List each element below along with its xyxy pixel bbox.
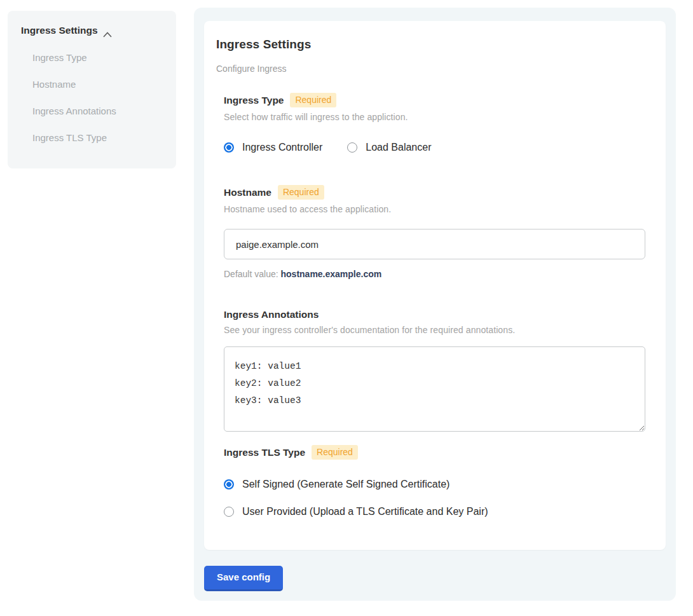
ingress-settings-card: Ingress Settings Configure Ingress Ingre…	[204, 21, 666, 550]
ingress-type-radio-group: Ingress Controller Load Balancer	[224, 142, 645, 153]
save-config-button[interactable]: Save config	[204, 566, 283, 591]
required-badge: Required	[290, 93, 336, 107]
default-value-link[interactable]: hostname.example.com	[281, 269, 382, 279]
sidebar-group-title: Ingress Settings	[21, 25, 98, 36]
radio-selected-icon[interactable]	[224, 479, 234, 489]
config-panel: Ingress Settings Configure Ingress Ingre…	[194, 8, 676, 601]
page-title: Ingress Settings	[216, 38, 645, 51]
radio-load-balancer[interactable]: Load Balancer	[347, 142, 431, 153]
chevron-up-icon	[103, 29, 112, 34]
default-value-prefix: Default value:	[224, 269, 281, 279]
section-ingress-type: Ingress Type Required Select how traffic…	[224, 93, 645, 153]
ingress-type-description: Select how traffic will ingress to the a…	[224, 112, 645, 122]
sidebar-item-ingress-type[interactable]: Ingress Type	[32, 52, 163, 63]
ingress-tls-type-heading: Ingress TLS Type	[224, 447, 305, 458]
hostname-description: Hostname used to access the application.	[224, 204, 645, 214]
radio-user-provided[interactable]: User Provided (Upload a TLS Certificate …	[224, 506, 645, 517]
ingress-annotations-heading: Ingress Annotations	[224, 309, 319, 320]
hostname-heading: Hostname	[224, 187, 271, 198]
ingress-annotations-description: See your ingress controller's documentat…	[224, 325, 645, 335]
radio-label: Ingress Controller	[242, 142, 322, 153]
ingress-tls-type-radio-group: Self Signed (Generate Self Signed Certif…	[224, 479, 645, 517]
required-badge: Required	[312, 445, 358, 460]
radio-unselected-icon[interactable]	[347, 142, 357, 153]
section-ingress-annotations: Ingress Annotations See your ingress con…	[224, 309, 645, 432]
page-subtitle: Configure Ingress	[216, 64, 645, 74]
radio-label: Self Signed (Generate Self Signed Certif…	[242, 479, 449, 490]
radio-unselected-icon[interactable]	[224, 507, 234, 517]
section-ingress-tls-type: Ingress TLS Type Required Self Signed (G…	[224, 445, 645, 517]
sidebar-item-ingress-tls-type[interactable]: Ingress TLS Type	[32, 132, 163, 143]
ingress-type-heading: Ingress Type	[224, 95, 284, 106]
radio-label: User Provided (Upload a TLS Certificate …	[242, 506, 488, 517]
hostname-input[interactable]	[224, 229, 645, 259]
radio-self-signed[interactable]: Self Signed (Generate Self Signed Certif…	[224, 479, 645, 490]
sidebar-group-ingress-settings[interactable]: Ingress Settings	[21, 25, 163, 36]
radio-ingress-controller[interactable]: Ingress Controller	[224, 142, 322, 153]
radio-label: Load Balancer	[366, 142, 431, 153]
radio-selected-icon[interactable]	[224, 142, 234, 153]
ingress-annotations-textarea[interactable]: key1: value1 key2: value2 key3: value3	[224, 346, 645, 432]
required-badge: Required	[278, 185, 324, 200]
hostname-default-line: Default value: hostname.example.com	[224, 269, 645, 279]
sidebar-item-ingress-annotations[interactable]: Ingress Annotations	[32, 106, 163, 116]
section-hostname: Hostname Required Hostname used to acces…	[224, 185, 645, 279]
config-nav-sidebar: Ingress Settings Ingress Type Hostname I…	[8, 11, 176, 168]
sidebar-item-hostname[interactable]: Hostname	[32, 79, 163, 90]
